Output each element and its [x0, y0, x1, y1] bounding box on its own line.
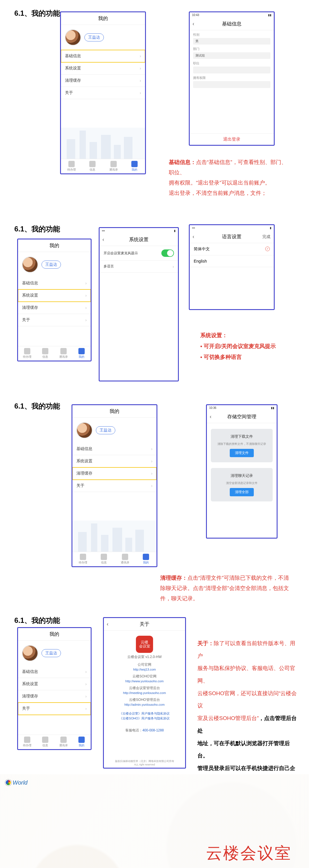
check-icon: ✓	[265, 247, 270, 251]
slide-basic-info: 6.1、我的功能 我的 王益达 基础信息› 系统设置› 清理缓存› 关于› 待办…	[0, 0, 309, 216]
clear-all-button[interactable]: 清理全部	[230, 488, 254, 496]
phone-mine-4: 我的 王益达 基础信息› 系统设置› 清理缓存› 关于› 待办理 信息 通讯录 …	[17, 627, 91, 750]
mic-toggle-row[interactable]: 开启会议室麦克风题示	[100, 246, 178, 260]
user-name: 王益达	[84, 33, 104, 41]
clear-all-card: 清理聊天记录 清空全部消息记录和文件 清理全部	[211, 468, 273, 501]
title-mine: 我的	[61, 12, 145, 25]
explain-sys: 系统设置： 可开启/关闭会议室麦克风提示 可切换多种语言	[200, 330, 276, 363]
link-meeting-admin[interactable]: http://meeting.yunlousoho.com	[104, 691, 185, 694]
phone-mine-2: 我的 王益达 基础信息› 系统设置› 清理缓存› 关于› 待办理 信息 通讯录 …	[17, 239, 91, 362]
phone-mine-1: 我的 王益达 基础信息› 系统设置› 清理缓存› 关于› 待办理 信息 通讯录 …	[60, 11, 146, 174]
closing-slide: World 云楼会议室 谢谢观看 移动微世界(北京)网络科技有限公司 MOBIL…	[0, 774, 309, 868]
globe-icon	[5, 779, 11, 786]
lang-en[interactable]: English	[190, 255, 274, 267]
slide-about: 6.1、我的功能 我的 王益达 基础信息› 系统设置› 清理缓存› 关于› 待办…	[0, 607, 309, 774]
link-soho[interactable]: http://www.yunlousoho.com	[104, 679, 185, 683]
slide-cache: 6.1、我的功能 我的 王益达 基础信息› 系统设置› 清理缓存› 关于› 待办…	[0, 393, 309, 607]
thanks-text: 谢谢观看	[121, 866, 292, 868]
cell-cache-hl[interactable]: 清理缓存›	[73, 467, 157, 480]
avatar	[65, 29, 81, 45]
dept-field: 测试组	[193, 52, 271, 59]
phone-about: ‹关于 云楼会议室 云楼会议室 v1.2.0-HW 公司官网http://wsj…	[103, 617, 186, 769]
chevron-right-icon: ›	[140, 54, 141, 58]
slide-sys-settings: 6.1、我的功能 我的 王益达 基础信息› 系统设置› 清理缓存› 关于› 待办…	[0, 216, 309, 393]
cell-about[interactable]: 关于›	[61, 87, 145, 99]
skyline-deco	[61, 128, 145, 162]
sex-field: 男	[193, 38, 271, 44]
phone-mine-3: 我的 王益达 基础信息› 系统设置› 清理缓存› 关于› 待办理 信息 通讯录 …	[72, 404, 157, 567]
explain-cache: 清理缓存：点击“清理文件”可清除已下载的文件，不清 除聊天记录。点击“清理全部”…	[160, 573, 295, 604]
about-logo-icon: 云楼会议室	[136, 636, 153, 653]
back-icon[interactable]: ‹	[193, 21, 194, 27]
phone-basic-info: 10:43▮▮ ‹基础信息 性别 男 部门 测试组 职位 拥有权限 退出登录	[189, 11, 275, 146]
phone-sys-settings: ▪▪▪▮ ‹系统设置 开启会议室麦克风题示 多语言›	[99, 227, 179, 381]
world-logo: World	[5, 779, 27, 786]
toggle-on-icon[interactable]	[161, 249, 174, 257]
explain-basic: 基础信息：点击“基础信息”，可查看性别、部门、职位、 拥有权限。“退出登录”可以…	[169, 157, 292, 198]
done-button[interactable]: 完成	[262, 234, 271, 240]
back-icon[interactable]: ‹	[103, 237, 104, 243]
pos-field	[193, 67, 271, 73]
perm-field	[193, 81, 271, 88]
link-soho-admin[interactable]: http://admin.yunlousoho.com	[104, 703, 185, 706]
cell-sys-hl[interactable]: 系统设置›	[18, 289, 91, 302]
clear-files-button[interactable]: 清理文件	[230, 449, 254, 457]
cell-about-hl[interactable]: 关于›	[18, 703, 91, 715]
tab-msg[interactable]: 信息	[82, 159, 103, 174]
tab-contacts[interactable]: 通讯录	[103, 159, 124, 174]
tab-todo[interactable]: 待办理	[61, 159, 82, 174]
phone-lang: ▪▪▪▮ ‹语言设置完成 简体中文✓ English	[189, 224, 275, 310]
clear-files-card: 清理下载文件 清除下载的资料文件，不清除聊天记录 清理文件	[211, 429, 273, 462]
phone-storage: 10:36▮▮ ‹存储空间管理 清理下载文件 清除下载的资料文件，不清除聊天记录…	[206, 404, 278, 538]
cell-basic-info[interactable]: 基础信息›	[61, 50, 145, 62]
tabbar: 待办理 信息 通讯录 我的	[61, 159, 145, 174]
multilang-row[interactable]: 多语言›	[100, 260, 178, 273]
policy-soho[interactable]: 《云楼SOHO》用户服务与隐私协议	[104, 716, 185, 720]
logout-button[interactable]: 退出登录	[190, 133, 274, 145]
lang-zh[interactable]: 简体中文✓	[190, 243, 274, 255]
profile-row: 王益达	[61, 25, 145, 50]
cell-cache[interactable]: 清理缓存›	[61, 74, 145, 87]
product-name: 云楼会议室	[121, 843, 292, 864]
link-company[interactable]: http://wsj13.com	[104, 668, 185, 671]
cell-sys[interactable]: 系统设置›	[61, 62, 145, 74]
policy-meeting[interactable]: 《云楼会议室》用户服务与隐私协议	[104, 711, 185, 716]
tab-mine[interactable]: 我的	[124, 159, 145, 174]
